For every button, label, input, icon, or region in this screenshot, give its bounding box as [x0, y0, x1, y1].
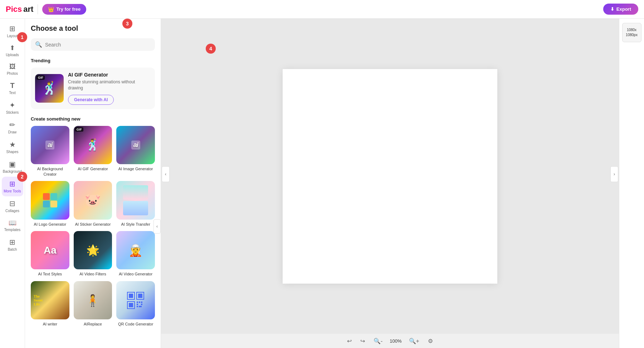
trending-name: AI GIF Generator [68, 72, 151, 78]
zoom-out-button[interactable]: 🔍- [372, 336, 384, 346]
svg-rect-12 [139, 306, 142, 307]
templates-icon: 📖 [9, 219, 16, 227]
trending-desc: Create stunning animations without drawi… [68, 79, 151, 91]
sidebar-item-label-photos: Photos [7, 72, 18, 76]
sidebar-item-label-batch: Batch [8, 247, 17, 252]
qr-svg [127, 291, 145, 309]
canvas-size-line2: 1080px [626, 33, 638, 38]
stickers-icon: ✦ [9, 101, 15, 109]
tool-card-ai-logo-gen[interactable]: AI Logo Generator [31, 181, 69, 227]
svg-rect-5 [129, 303, 133, 307]
tool-label-ai-img-gen: AI Image Generator [118, 166, 153, 171]
tool-label-ai-video-filters: AI Video Filters [79, 271, 106, 276]
sidebar-item-label-templates: Templates [4, 228, 21, 232]
sidebar-item-collages[interactable]: ⊟ Collages [2, 196, 23, 216]
tool-card-ai-sticker-gen[interactable]: 🐷 AI Sticker Generator [74, 181, 112, 227]
tool-label-ai-writer: AI writer [43, 322, 57, 327]
sidebar-item-draw[interactable]: ✏ Draw [2, 118, 23, 137]
redo-button[interactable]: ↪ [359, 336, 366, 346]
sidebar-item-uploads[interactable]: ⬆ Uploads [2, 41, 23, 60]
sidebar-item-stickers[interactable]: ✦ Stickers [2, 98, 23, 118]
sidebar-item-label-text: Text [9, 91, 15, 95]
tool-card-ai-video-gen[interactable]: 🧝 AI Video Generator [116, 231, 155, 277]
zoom-in-button[interactable]: 🔍+ [408, 336, 421, 346]
badge-2: 2 [17, 172, 27, 182]
logo-art: art [23, 5, 33, 14]
export-label: Export [616, 6, 631, 12]
create-section-title: Create something new [31, 116, 155, 122]
canvas-arrow-right[interactable]: › [610, 166, 618, 182]
generate-ai-label: Generate with AI [74, 97, 108, 102]
sidebar: ⊞ Layout ⬆ Uploads 🖼 Photos T Text ✦ Sti… [0, 19, 25, 348]
tool-label-ai-replace: AIReplace [84, 322, 102, 327]
tool-card-ai-replace[interactable]: 🧍 AIReplace [74, 281, 112, 327]
sidebar-item-batch[interactable]: ⊞ Batch [2, 235, 23, 255]
tool-thumb-ai-img-gen: ai [116, 126, 155, 165]
tool-card-ai-video-filters[interactable]: 🌟 AI Video Filters [74, 231, 112, 277]
tool-thumb-ai-style-transfer [116, 181, 155, 220]
trending-info: AI GIF Generator Create stunning animati… [68, 72, 151, 105]
tool-card-ai-img-gen[interactable]: ai AI Image Generator [116, 126, 155, 177]
collapse-arrow[interactable]: ‹ [153, 219, 161, 234]
gif-badge-2: GIF [75, 127, 83, 132]
search-box[interactable]: 🔍 [31, 38, 155, 51]
undo-button[interactable]: ↩ [346, 336, 353, 346]
tool-thumb-ai-sticker-gen: 🐷 [74, 181, 112, 220]
gif-badge: GIF [36, 75, 45, 80]
tool-thumb-ai-bg-creator: ai [31, 126, 69, 165]
tool-card-ai-bg-creator[interactable]: ai AI Background Creator [31, 126, 69, 177]
svg-rect-8 [141, 302, 142, 303]
search-input[interactable] [45, 42, 151, 48]
tool-thumb-ai-gif-gen: 🕺 GIF [74, 126, 112, 165]
sidebar-item-label-stickers: Stickers [6, 111, 19, 115]
svg-rect-10 [141, 304, 142, 305]
search-icon: 🔍 [35, 41, 42, 48]
tool-thumb-ai-replace: 🧍 [74, 281, 112, 320]
tool-card-qr-code-gen[interactable]: QR Code Generator [116, 281, 155, 327]
trending-section-title: Trending [31, 58, 155, 63]
tool-card-ai-text-styles[interactable]: Aa AI Text Styles [31, 231, 69, 277]
export-button[interactable]: ⬇ Export [603, 4, 638, 15]
tool-card-ai-writer[interactable]: TheSweetLife AI writer [31, 281, 69, 327]
try-free-button[interactable]: 👑 Try for free [42, 4, 86, 15]
tool-card-ai-gif-gen[interactable]: 🕺 GIF AI GIF Generator [74, 126, 112, 177]
tool-label-ai-sticker-gen: AI Sticker Generator [75, 222, 111, 227]
canvas-size-line1: 1080x [627, 28, 636, 33]
tools-panel: Choose a tool 🔍 Trending GIF 🕺 AI GIF Ge… [25, 19, 161, 348]
sidebar-item-shapes[interactable]: ★ Shapes [2, 137, 23, 157]
sidebar-item-label-draw: Draw [8, 130, 16, 134]
sidebar-item-text[interactable]: T Text [2, 79, 23, 98]
tool-label-ai-gif-gen: AI GIF Generator [78, 166, 108, 171]
sidebar-item-templates[interactable]: 📖 Templates [2, 216, 23, 235]
badge-3: 3 [122, 19, 132, 29]
try-free-label: Try for free [56, 6, 80, 12]
tool-thumb-qr-code-gen [116, 281, 155, 320]
badge-4: 4 [206, 44, 216, 54]
svg-rect-3 [138, 294, 142, 298]
logo-pix: Pics [6, 5, 22, 14]
export-icon: ⬇ [610, 6, 614, 12]
collages-icon: ⊟ [9, 199, 15, 208]
sidebar-item-photos[interactable]: 🖼 Photos [2, 60, 23, 79]
sidebar-item-label-collages: Collages [5, 209, 19, 213]
badge-1: 1 [17, 32, 27, 42]
tool-label-ai-video-gen: AI Video Generator [119, 271, 152, 276]
draw-icon: ✏ [9, 121, 15, 129]
tool-label-ai-logo-gen: AI Logo Generator [34, 222, 67, 227]
topbar: Picsart 👑 Try for free ⬇ Export [0, 0, 644, 19]
settings-button[interactable]: ⚙ [426, 336, 434, 346]
canvas-arrow-left[interactable]: ‹ [162, 166, 170, 182]
tool-thumb-ai-text-styles: Aa [31, 231, 69, 270]
layout-icon: ⊞ [9, 24, 15, 33]
tool-label-ai-style-transfer: AI Style Transfer [121, 222, 150, 227]
batch-icon: ⊞ [9, 238, 15, 246]
right-panel: 1080x 1080px [619, 19, 644, 348]
shapes-icon: ★ [9, 140, 16, 149]
tool-label-ai-text-styles: AI Text Styles [38, 271, 62, 276]
dancer-icon: 🕺 [42, 81, 58, 96]
photos-icon: 🖼 [9, 63, 16, 70]
canvas-size-box[interactable]: 1080x 1080px [622, 23, 641, 42]
tool-card-ai-style-transfer[interactable]: AI Style Transfer [116, 181, 155, 227]
tool-label-ai-bg-creator: AI Background Creator [31, 166, 69, 177]
generate-ai-button[interactable]: Generate with AI [68, 95, 114, 105]
